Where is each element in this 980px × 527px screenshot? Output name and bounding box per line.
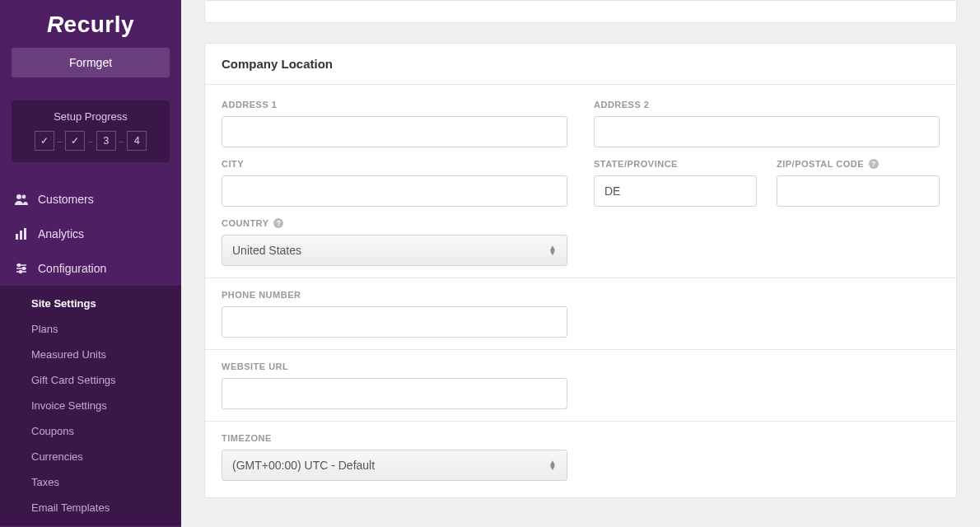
subnav-measured-units[interactable]: Measured Units: [0, 342, 181, 367]
zip-label: ZIP/POSTAL CODE ?: [777, 159, 940, 169]
nav-analytics[interactable]: Analytics: [0, 217, 181, 251]
brand-logo: Recurly: [0, 0, 181, 44]
card-title: Company Location: [205, 44, 956, 85]
main-content: Company Location ADDRESS 1 ADDRESS 2 CIT…: [181, 0, 980, 527]
svg-rect-4: [24, 228, 26, 240]
country-label: COUNTRY ?: [222, 218, 567, 228]
subnav-invoice-settings[interactable]: Invoice Settings: [0, 393, 181, 418]
chevron-updown-icon: ▲▼: [548, 460, 557, 470]
previous-card-bottom: [204, 0, 957, 23]
customers-icon: [15, 193, 28, 206]
state-label: STATE/PROVINCE: [594, 159, 757, 169]
subnav-currencies[interactable]: Currencies: [0, 444, 181, 469]
setup-progress-title: Setup Progress: [18, 110, 163, 123]
site-selector-button[interactable]: Formget: [12, 48, 170, 77]
nav-analytics-label: Analytics: [38, 227, 84, 240]
subnav-email-templates[interactable]: Email Templates: [0, 495, 181, 520]
nav-configuration-label: Configuration: [38, 262, 106, 275]
svg-rect-3: [20, 231, 22, 240]
help-icon[interactable]: ?: [273, 218, 283, 228]
svg-point-0: [16, 194, 21, 199]
svg-point-6: [18, 264, 21, 267]
configuration-subnav: Site Settings Plans Measured Units Gift …: [0, 286, 181, 525]
timezone-label: TIMEZONE: [222, 433, 567, 443]
subnav-taxes[interactable]: Taxes: [0, 469, 181, 495]
svg-point-1: [22, 195, 26, 199]
phone-label: PHONE NUMBER: [222, 290, 567, 300]
nav-configuration[interactable]: Configuration: [0, 251, 181, 286]
nav-customers[interactable]: Customers: [0, 182, 181, 217]
chevron-updown-icon: ▲▼: [548, 245, 557, 255]
analytics-icon: [15, 227, 28, 240]
address1-input[interactable]: [222, 116, 567, 147]
subnav-gift-card-settings[interactable]: Gift Card Settings: [0, 367, 181, 393]
svg-point-10: [20, 271, 22, 273]
progress-step-1[interactable]: ✓: [35, 131, 54, 151]
country-select[interactable]: United States ▲▼: [222, 235, 567, 266]
address1-label: ADDRESS 1: [222, 100, 567, 110]
phone-input[interactable]: [222, 306, 567, 338]
subnav-site-settings[interactable]: Site Settings: [0, 291, 181, 316]
address2-label: ADDRESS 2: [594, 100, 940, 110]
nav-customers-label: Customers: [38, 193, 94, 206]
progress-step-3[interactable]: 3: [96, 131, 116, 151]
timezone-select[interactable]: (GMT+00:00) UTC - Default ▲▼: [222, 450, 567, 481]
setup-progress-steps: ✓ – ✓ – 3 – 4: [18, 131, 163, 151]
svg-point-8: [23, 268, 26, 270]
city-input[interactable]: [222, 175, 567, 207]
city-label: CITY: [222, 159, 567, 169]
progress-step-2[interactable]: ✓: [65, 131, 85, 151]
company-location-card: Company Location ADDRESS 1 ADDRESS 2 CIT…: [204, 43, 957, 498]
progress-step-4[interactable]: 4: [127, 131, 147, 151]
subnav-plans[interactable]: Plans: [0, 316, 181, 342]
address2-input[interactable]: [594, 116, 940, 147]
zip-input[interactable]: [777, 175, 940, 207]
svg-rect-2: [16, 234, 18, 240]
sidebar: Recurly Formget Setup Progress ✓ – ✓ – 3…: [0, 0, 181, 527]
website-label: WEBSITE URL: [222, 361, 567, 371]
configuration-icon: [15, 262, 28, 275]
subnav-coupons[interactable]: Coupons: [0, 418, 181, 444]
setup-progress-box: Setup Progress ✓ – ✓ – 3 – 4: [12, 100, 170, 162]
help-icon[interactable]: ?: [869, 159, 879, 169]
state-input[interactable]: [594, 175, 757, 207]
website-input[interactable]: [222, 378, 567, 409]
